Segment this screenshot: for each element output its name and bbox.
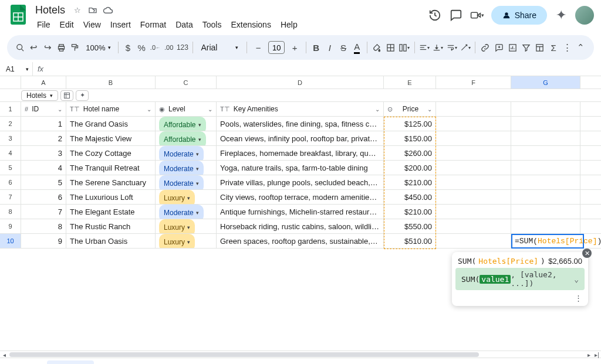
cell-level[interactable]: Moderate ▾ bbox=[156, 161, 217, 175]
menu-help[interactable]: Help bbox=[276, 18, 302, 32]
cell-amenities[interactable]: Horseback riding, rustic cabins, saloon,… bbox=[217, 219, 384, 233]
cell[interactable] bbox=[511, 175, 580, 189]
dec-decrease-icon[interactable]: .0← bbox=[149, 40, 161, 55]
cell-id[interactable]: 5 bbox=[21, 175, 66, 189]
cell[interactable] bbox=[511, 131, 580, 145]
percent-icon[interactable]: % bbox=[136, 40, 148, 55]
strike-icon[interactable]: S bbox=[337, 40, 350, 55]
collapse-toolbar-icon[interactable]: ⌃ bbox=[575, 40, 587, 55]
dec-increase-icon[interactable]: .00 bbox=[163, 40, 175, 55]
cell-price[interactable]: $210.00 bbox=[384, 175, 436, 189]
cloud-icon[interactable] bbox=[103, 5, 113, 15]
add-sheet-icon[interactable]: + bbox=[5, 360, 21, 365]
font-inc-icon[interactable]: + bbox=[287, 40, 302, 55]
cell[interactable] bbox=[436, 146, 511, 160]
cell-price[interactable]: $150.00 bbox=[384, 131, 436, 145]
insert-chart-icon[interactable] bbox=[507, 40, 519, 55]
gemini-icon[interactable]: ✦ bbox=[554, 8, 568, 22]
header-id[interactable]: #ID⌄ bbox=[21, 102, 66, 116]
cell-name[interactable]: The Luxurious Loft bbox=[66, 190, 156, 204]
redo-icon[interactable]: ↪ bbox=[42, 40, 54, 55]
search-icon[interactable] bbox=[14, 40, 26, 55]
chevron-down-icon[interactable]: ⌄ bbox=[574, 275, 579, 284]
cell-level[interactable]: Moderate ▾ bbox=[156, 146, 217, 160]
cell[interactable] bbox=[436, 117, 511, 131]
all-sheets-icon[interactable]: ≡ bbox=[26, 360, 42, 365]
cell-id[interactable]: 9 bbox=[21, 234, 66, 248]
paint-format-icon[interactable] bbox=[69, 40, 81, 55]
cell-name[interactable]: The Rustic Ranch bbox=[66, 219, 156, 233]
cell-price[interactable]: $125.00 bbox=[384, 117, 436, 131]
share-button[interactable]: Share bbox=[491, 6, 547, 25]
col-header-D[interactable]: D bbox=[217, 76, 384, 89]
cell-id[interactable]: 3 bbox=[21, 146, 66, 160]
cell-price[interactable]: $510.00 bbox=[384, 234, 436, 248]
font-size-input[interactable] bbox=[268, 41, 285, 54]
menu-insert[interactable]: Insert bbox=[106, 18, 135, 32]
menu-data[interactable]: Data bbox=[171, 18, 197, 32]
cell[interactable] bbox=[511, 219, 580, 233]
col-header-G[interactable]: G bbox=[511, 76, 580, 89]
row-header[interactable]: 7 bbox=[0, 190, 21, 204]
row-header[interactable]: 8 bbox=[0, 205, 21, 219]
cell-amenities[interactable]: City views, rooftop terrace, modern amen… bbox=[217, 190, 384, 204]
header-amenities[interactable]: T⊤Key Amenities⌄ bbox=[217, 102, 384, 116]
col-header-F[interactable]: F bbox=[436, 76, 511, 89]
history-icon[interactable] bbox=[428, 8, 442, 22]
menu-extensions[interactable]: Extensions bbox=[227, 18, 275, 32]
cell-amenities[interactable]: Green spaces, rooftop gardens, sustainab… bbox=[217, 234, 384, 248]
font-dec-icon[interactable]: − bbox=[251, 40, 266, 55]
wrap-icon[interactable]: ▾ bbox=[445, 40, 458, 55]
cell[interactable] bbox=[436, 190, 511, 204]
header-level[interactable]: ◉Level⌄ bbox=[156, 102, 217, 116]
row-header[interactable]: 2 bbox=[0, 117, 21, 131]
cell-level[interactable]: Affordable ▾ bbox=[156, 131, 217, 145]
cell[interactable] bbox=[436, 175, 511, 189]
more-formats-icon[interactable]: 123 bbox=[176, 40, 188, 55]
sheet-tab[interactable]: Sheet 1▾ bbox=[47, 360, 94, 364]
bold-icon[interactable]: B bbox=[310, 40, 322, 55]
header-name[interactable]: T⊤Hotel name⌄ bbox=[66, 102, 156, 116]
cell[interactable] bbox=[511, 146, 580, 160]
filter-icon[interactable] bbox=[520, 40, 532, 55]
cell-price[interactable]: $260.00 bbox=[384, 146, 436, 160]
row-header[interactable]: 1 bbox=[0, 102, 21, 116]
cell-price[interactable]: $450.00 bbox=[384, 190, 436, 204]
insert-comment-icon[interactable] bbox=[492, 40, 505, 55]
halign-icon[interactable]: ▾ bbox=[418, 40, 430, 55]
menu-tools[interactable]: Tools bbox=[198, 18, 226, 32]
cell-name[interactable]: The Majestic View bbox=[66, 131, 156, 145]
scroll-left-icon[interactable]: ◂ bbox=[0, 351, 8, 358]
sheets-logo[interactable] bbox=[7, 4, 29, 26]
cell-price[interactable]: $200.00 bbox=[384, 161, 436, 175]
menu-format[interactable]: Format bbox=[136, 18, 170, 32]
currency-icon[interactable]: $ bbox=[121, 40, 134, 55]
cell-id[interactable]: 4 bbox=[21, 161, 66, 175]
scroll-right-icon[interactable]: ▸ bbox=[585, 351, 593, 358]
cell[interactable] bbox=[436, 102, 511, 116]
cell[interactable] bbox=[511, 102, 580, 116]
cell-amenities[interactable]: Pools, waterslides, fine dining, spa, fi… bbox=[217, 117, 384, 131]
table-icon[interactable] bbox=[534, 40, 546, 55]
cell[interactable] bbox=[511, 190, 580, 204]
cell-id[interactable]: 1 bbox=[21, 117, 66, 131]
column-type-icon[interactable] bbox=[60, 90, 73, 101]
row-header[interactable]: 4 bbox=[0, 146, 21, 160]
cell[interactable] bbox=[436, 131, 511, 145]
smart-chip-icon[interactable]: ✦ bbox=[76, 90, 89, 101]
cell[interactable] bbox=[511, 161, 580, 175]
cell[interactable] bbox=[436, 161, 511, 175]
header-price[interactable]: ⊙Price⌄ bbox=[384, 102, 436, 116]
menu-edit[interactable]: Edit bbox=[56, 18, 78, 32]
cell-level[interactable]: Luxury ▾ bbox=[156, 190, 217, 204]
cell-level[interactable]: Moderate ▾ bbox=[156, 175, 217, 189]
row-header[interactable]: 3 bbox=[0, 131, 21, 145]
cell-amenities[interactable]: Antique furnishings, Michelin-starred re… bbox=[217, 205, 384, 219]
print-icon[interactable] bbox=[55, 40, 67, 55]
col-header-C[interactable]: C bbox=[156, 76, 217, 89]
zoom-select[interactable]: 100% ▾ bbox=[82, 43, 114, 52]
fill-color-icon[interactable] bbox=[371, 40, 383, 55]
scroll-end-icon[interactable]: ▸| bbox=[593, 351, 601, 358]
rotate-icon[interactable]: ▾ bbox=[459, 40, 471, 55]
cell-level[interactable]: Luxury ▾ bbox=[156, 234, 217, 248]
